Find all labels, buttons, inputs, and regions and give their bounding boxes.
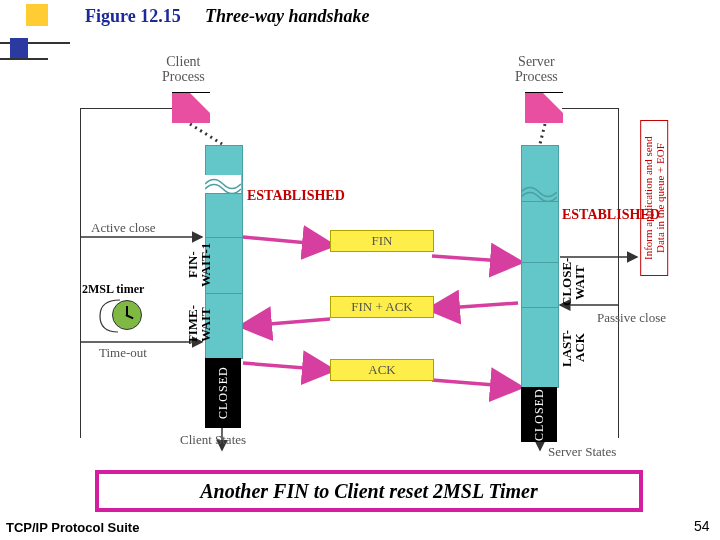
server-closed-bar: CLOSED [521, 387, 557, 442]
server-bar-lastack [521, 307, 559, 388]
footer-left: TCP/IP Protocol Suite [6, 520, 139, 535]
client-closed-bar: CLOSED [205, 358, 241, 428]
svg-line-13 [540, 124, 545, 144]
timeout-label: Time-out [99, 345, 147, 361]
svg-line-9 [432, 380, 518, 387]
client-states-label: Client States [180, 432, 246, 448]
svg-line-7 [244, 319, 330, 326]
finack-text: FIN + ACK [351, 299, 413, 315]
callout-text: Another FIN to Client reset 2MSL Timer [200, 480, 537, 503]
svg-line-8 [243, 363, 330, 370]
server-bar-mid [521, 201, 559, 263]
client-established: ESTABLISHED [247, 188, 345, 204]
server-states-label: Server States [548, 444, 616, 460]
client-bar-gap [205, 175, 241, 193]
ack-text: ACK [368, 362, 395, 378]
svg-line-4 [243, 237, 330, 245]
finack-box: FIN + ACK [330, 296, 434, 318]
fin-box: FIN [330, 230, 434, 252]
svg-line-6 [432, 303, 518, 309]
server-closewait-label: CLOSE- WAIT [560, 260, 586, 306]
footer-page: 54 [694, 518, 710, 534]
client-bar-mid [205, 193, 243, 238]
ack-box: ACK [330, 359, 434, 381]
timer-label: 2MSL timer [82, 282, 144, 297]
callout-box: Another FIN to Client reset 2MSL Timer [95, 470, 643, 512]
client-finwait1-label: FIN- WAIT-1 [186, 238, 212, 292]
server-lastack-label: LAST- ACK [560, 318, 586, 378]
server-bar-gap [521, 183, 557, 201]
clock-icon [112, 300, 142, 330]
server-note: Inform application and send Data in the … [640, 120, 668, 276]
active-close-label: Active close [91, 220, 156, 236]
fin-text: FIN [372, 233, 393, 249]
server-bar-closewait [521, 262, 559, 308]
svg-line-5 [432, 256, 518, 262]
svg-line-12 [190, 124, 222, 144]
passive-close-label: Passive close [597, 310, 666, 326]
client-timewait-label: TIME- WAIT [186, 295, 212, 355]
